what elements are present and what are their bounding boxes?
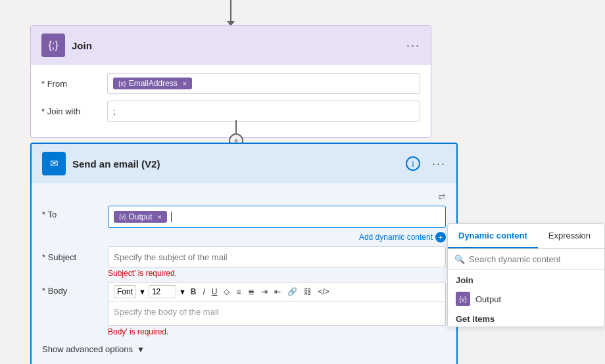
- panel-search-row: 🔍: [448, 249, 604, 270]
- body-error: Body' is required.: [108, 327, 446, 336]
- add-dynamic-label: Add dynamic content: [359, 233, 433, 242]
- email-more-menu[interactable]: ···: [432, 157, 446, 171]
- email-header: ✉ Send an email (V2) i ···: [32, 144, 456, 183]
- join-section-label: Join: [448, 270, 604, 288]
- output-item[interactable]: {v} Output: [448, 288, 604, 310]
- output-item-icon: {v}: [456, 292, 470, 306]
- from-field-row: * From {x} EmailAddress ×: [41, 73, 420, 94]
- resize-handle: ⇄: [42, 189, 446, 206]
- subject-field-row: * Subject Subject' is required.: [42, 246, 446, 278]
- cursor-blink: [171, 212, 172, 222]
- join-with-field-row: * Join with ;: [41, 101, 420, 122]
- dynamic-search-input[interactable]: [469, 254, 598, 264]
- unlink-button[interactable]: ⛓: [302, 286, 314, 298]
- panel-tabs: Dynamic content Expression: [448, 224, 604, 249]
- highlight-button[interactable]: ◇: [222, 286, 231, 298]
- show-advanced-label: Show advanced options: [42, 344, 133, 354]
- resize-icon: ⇄: [438, 191, 446, 202]
- font-size-dropdown-icon[interactable]: ▼: [179, 288, 186, 296]
- body-row-inner: * Body Font ▼ 12 ▼ B I U ◇ ≡ ≣: [42, 282, 446, 326]
- output-tag-close[interactable]: ×: [158, 213, 162, 221]
- add-dynamic-row: Add dynamic content +: [42, 232, 446, 242]
- body-editor[interactable]: Font ▼ 12 ▼ B I U ◇ ≡ ≣ ⇥ ⇤ 🔗: [108, 282, 446, 326]
- email-address-tag: {x} EmailAddress ×: [113, 78, 192, 89]
- info-button[interactable]: i: [406, 156, 420, 171]
- add-dynamic-content-button[interactable]: Add dynamic content +: [359, 232, 446, 242]
- email-body: ⇄ * To {v} Output × Add dynamic content: [32, 183, 456, 364]
- italic-button[interactable]: I: [201, 286, 206, 298]
- join-title: Join: [72, 40, 400, 51]
- search-icon: 🔍: [454, 254, 465, 264]
- output-item-label: Output: [475, 294, 501, 304]
- tag-close-button[interactable]: ×: [183, 80, 187, 87]
- join-with-label: * Join with: [41, 106, 101, 116]
- to-input[interactable]: {v} Output ×: [108, 206, 446, 228]
- subject-input[interactable]: [108, 246, 446, 267]
- join-with-input[interactable]: ;: [107, 101, 420, 122]
- output-tag: {v} Output ×: [114, 211, 167, 223]
- email-icon: ✉: [42, 152, 66, 175]
- underline-button[interactable]: U: [210, 286, 220, 298]
- top-connector-arrow: [230, 0, 231, 26]
- body-label: * Body: [42, 282, 101, 296]
- link-button[interactable]: 🔗: [285, 286, 299, 298]
- font-select[interactable]: Font: [114, 285, 136, 298]
- tag-icon: {x}: [118, 80, 126, 87]
- info-icon-symbol: i: [412, 159, 414, 169]
- numbered-list-button[interactable]: ≣: [246, 286, 256, 298]
- add-dynamic-plus-icon: +: [435, 232, 446, 242]
- tab-expression[interactable]: Expression: [538, 224, 601, 248]
- email-icon-symbol: ✉: [50, 158, 59, 170]
- to-label: * To: [42, 206, 101, 219]
- join-icon: {;}: [41, 34, 65, 57]
- font-dropdown-icon[interactable]: ▼: [139, 288, 146, 296]
- to-field-row: * To {v} Output ×: [42, 206, 446, 228]
- send-email-block: ✉ Send an email (V2) i ··· ⇄ * To {v} Ou…: [30, 143, 458, 364]
- tab-dynamic-content[interactable]: Dynamic content: [448, 224, 538, 248]
- bold-button[interactable]: B: [189, 286, 199, 298]
- email-title: Send an email (V2): [72, 158, 399, 170]
- indent-button[interactable]: ⇥: [259, 286, 270, 298]
- join-more-menu[interactable]: ···: [406, 39, 420, 53]
- bullet-list-button[interactable]: ≡: [234, 286, 243, 298]
- subject-error: Subject' is required.: [108, 269, 446, 278]
- output-icon-symbol: {v}: [459, 296, 467, 303]
- get-items-section-label: Get items: [448, 310, 604, 327]
- font-size-select[interactable]: 12: [149, 285, 176, 298]
- connector-line-top: [235, 120, 237, 133]
- dynamic-content-panel: Dynamic content Expression 🔍 Join {v} Ou…: [447, 223, 605, 327]
- tag-label: EmailAddress: [129, 79, 178, 88]
- body-field-row: * Body Font ▼ 12 ▼ B I U ◇ ≡ ≣: [42, 282, 446, 336]
- output-tag-icon: {v}: [119, 214, 126, 220]
- chevron-down-icon: ▼: [137, 345, 145, 354]
- body-toolbar: Font ▼ 12 ▼ B I U ◇ ≡ ≣ ⇥ ⇤ 🔗: [109, 283, 445, 302]
- output-tag-label: Output: [129, 212, 153, 221]
- body-content[interactable]: Specify the body of the mail: [109, 302, 445, 325]
- outdent-button[interactable]: ⇤: [272, 286, 283, 298]
- canvas: {;} Join ··· * From {x} EmailAddress × *…: [0, 0, 605, 364]
- join-icon-symbol: {;}: [48, 39, 58, 51]
- subject-label: * Subject: [42, 252, 101, 262]
- subject-row-inner: * Subject: [42, 246, 446, 267]
- show-advanced-button[interactable]: Show advanced options ▼: [42, 342, 446, 357]
- from-input[interactable]: {x} EmailAddress ×: [107, 73, 420, 94]
- code-button[interactable]: </>: [316, 286, 331, 298]
- join-with-value: ;: [113, 106, 116, 116]
- join-header: {;} Join ···: [31, 26, 431, 65]
- from-label: * From: [41, 79, 101, 89]
